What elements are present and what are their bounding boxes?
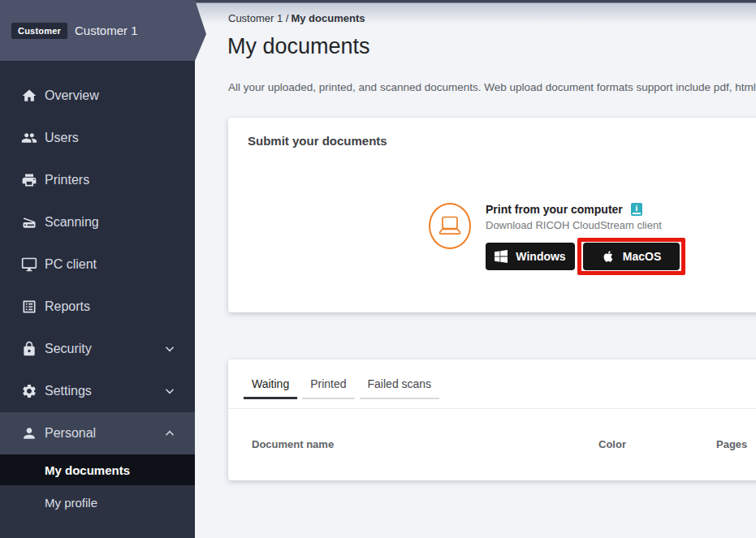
column-header-pages: Pages: [716, 438, 747, 450]
windows-button-label: Windows: [516, 250, 565, 263]
customer-banner: Customer Customer 1: [0, 0, 206, 61]
tab-label: Waiting: [252, 377, 289, 390]
sidebar-item-label: Scanning: [45, 215, 99, 230]
person-icon: [21, 425, 37, 441]
sidebar-item-label: Security: [45, 342, 92, 356]
sidebar-item-label: Users: [45, 131, 79, 145]
sidebar-item-label: My profile: [45, 496, 97, 510]
print-info-column: Print from your computer i Download RICO…: [486, 203, 685, 275]
tab-waiting[interactable]: Waiting: [244, 372, 297, 399]
documents-card: Waiting Printed Failed scans Document na…: [228, 359, 756, 480]
submit-documents-card: Submit your documents Print from your co…: [228, 118, 756, 312]
sidebar-item-pc-client[interactable]: PC client: [0, 243, 195, 286]
sidebar-item-scanning[interactable]: Scanning: [0, 201, 195, 243]
customer-name: Customer 1: [75, 24, 138, 37]
chevron-down-icon: [162, 384, 177, 398]
sidebar-item-reports[interactable]: Reports: [0, 286, 195, 328]
print-heading: Print from your computer: [486, 203, 623, 216]
monitor-icon: [21, 256, 37, 273]
sidebar-item-my-profile[interactable]: My profile: [0, 485, 195, 519]
sidebar-item-users[interactable]: Users: [0, 117, 195, 159]
lock-icon: [21, 341, 37, 357]
macos-download-button[interactable]: MacOS: [583, 243, 680, 270]
main-content: Customer 1 /My documents My documents Al…: [195, 0, 756, 538]
sidebar-item-label: Reports: [45, 299, 90, 314]
sidebar-item-my-documents[interactable]: My documents: [0, 454, 195, 485]
sidebar-item-label: My documents: [45, 463, 130, 477]
sidebar-item-security[interactable]: Security: [0, 328, 195, 370]
column-header-color: Color: [598, 438, 626, 450]
apple-logo-icon: [602, 250, 615, 263]
info-manual-icon[interactable]: i: [631, 203, 642, 216]
customer-badge: Customer: [11, 23, 67, 39]
sidebar: Customer Customer 1 Overview Users Print…: [0, 0, 195, 538]
tab-label: Printed: [310, 377, 346, 390]
home-icon: [21, 88, 37, 104]
tab-failed-scans[interactable]: Failed scans: [360, 372, 440, 399]
printer-icon: [21, 172, 37, 188]
breadcrumb-current: My documents: [291, 12, 365, 24]
sidebar-item-settings[interactable]: Settings: [0, 370, 195, 412]
page-description: All your uploaded, printed, and scanned …: [228, 81, 756, 93]
sidebar-item-label: Personal: [45, 426, 96, 441]
sidebar-item-label: Overview: [45, 88, 99, 103]
submit-card-title: Submit your documents: [248, 134, 387, 148]
macos-button-label: MacOS: [623, 250, 661, 263]
gear-icon: [21, 383, 37, 399]
tab-label: Failed scans: [368, 377, 432, 390]
sidebar-item-overview[interactable]: Overview: [0, 75, 195, 117]
sidebar-item-label: Printers: [45, 173, 89, 187]
sidebar-item-label: PC client: [45, 257, 97, 272]
annotation-highlight-box: MacOS: [577, 238, 685, 275]
print-from-computer-section: Print from your computer i Download RICO…: [429, 203, 685, 275]
tab-printed[interactable]: Printed: [302, 372, 354, 399]
documents-tabs: Waiting Printed Failed scans: [244, 372, 439, 399]
sidebar-item-personal[interactable]: Personal: [0, 412, 195, 454]
users-icon: [21, 130, 37, 146]
column-header-document-name: Document name: [252, 438, 334, 450]
tabs-divider: [228, 408, 756, 409]
windows-logo-icon: [495, 250, 508, 263]
sidebar-item-label: Settings: [45, 384, 92, 398]
report-list-icon: [21, 299, 37, 315]
personal-submenu: My documents My profile: [0, 454, 195, 538]
windows-download-button[interactable]: Windows: [486, 243, 575, 270]
chevron-up-icon: [162, 426, 177, 441]
page-title: My documents: [227, 34, 370, 59]
print-subtext: Download RICOH CloudStream client: [486, 219, 685, 231]
scanner-icon: [21, 214, 37, 230]
breadcrumb-parent[interactable]: Customer 1 /: [228, 12, 288, 24]
breadcrumb: Customer 1 /My documents: [228, 12, 365, 24]
chevron-down-icon: [162, 342, 177, 356]
sidebar-nav: Overview Users Printers Scanning PC clie…: [0, 75, 195, 454]
sidebar-item-printers[interactable]: Printers: [0, 159, 195, 201]
laptop-icon: [429, 203, 471, 249]
